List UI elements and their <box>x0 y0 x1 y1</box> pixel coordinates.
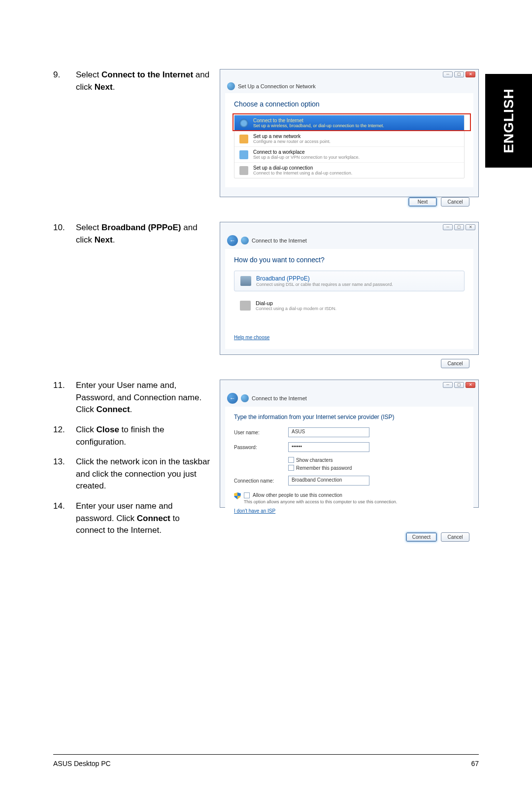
step-number: 13. <box>53 456 76 492</box>
back-button[interactable]: ← <box>227 235 238 246</box>
maximize-button[interactable]: ▢ <box>454 224 464 230</box>
step-11: 11. Enter your User name and, Password, … <box>53 380 211 416</box>
maximize-button[interactable]: ▢ <box>454 382 464 388</box>
step-9: 9. Select Connect to the Internet and cl… <box>53 69 211 93</box>
window-connect-internet: ─ ▢ ✕ ← Connect to the Internet How do y… <box>220 222 479 355</box>
window-title: Set Up a Connection or Network <box>238 83 316 89</box>
window-controls: ─ ▢ ✕ <box>443 224 475 230</box>
minimize-button[interactable]: ─ <box>443 71 453 77</box>
step-text: Enter your User name and, Password, and … <box>76 380 211 416</box>
option-desc: Set up a dial-up or VPN connection to yo… <box>253 155 360 160</box>
minimize-button[interactable]: ─ <box>443 224 453 230</box>
step-text: Select Connect to the Internet and click… <box>76 69 211 93</box>
option-desc: Connect to the Internet using a dial-up … <box>253 171 352 175</box>
maximize-button[interactable]: ▢ <box>454 71 464 77</box>
cancel-button[interactable]: Cancel <box>441 197 469 207</box>
step-10: 10. Select Broadband (PPPoE) and click N… <box>53 222 211 246</box>
allow-others-checkbox[interactable]: Allow other people to use this connectio… <box>234 492 465 499</box>
option-broadband-pppoe[interactable]: Broadband (PPPoE) Connect using DSL or c… <box>234 271 465 291</box>
t: Broadband (PPPoE) <box>101 223 181 232</box>
briefcase-icon <box>239 150 248 159</box>
step-text: Enter your user name and password. Click… <box>76 500 211 537</box>
step-text: Click the network icon in the taskbar an… <box>76 456 211 492</box>
phone-icon <box>239 166 248 175</box>
window-heading: How do you want to connect? <box>234 256 465 264</box>
window-controls: ─ ▢ ✕ <box>443 382 475 388</box>
t: . <box>113 235 115 244</box>
back-button[interactable]: ← <box>227 393 238 404</box>
password-input[interactable]: •••••• <box>288 442 369 452</box>
connection-option-list: Connect to the Internet Set up a wireles… <box>234 115 465 178</box>
step-number: 10. <box>53 222 76 246</box>
window-heading: Type the information from your Internet … <box>234 414 465 420</box>
connect-button[interactable]: Connect <box>406 532 437 542</box>
remember-password-checkbox[interactable]: Remember this password <box>288 465 465 471</box>
window-setup-connection: ─ ▢ ✕ Set Up a Connection or Network Cho… <box>220 69 479 197</box>
step-number: 11. <box>53 380 76 416</box>
t: Next <box>95 235 113 244</box>
close-button[interactable]: ✕ <box>466 71 475 77</box>
checkbox-label: Allow other people to use this connectio… <box>253 492 342 499</box>
option-title: Connect to the Internet <box>253 118 384 123</box>
cancel-button[interactable]: Cancel <box>441 359 469 368</box>
phone-icon <box>240 301 251 311</box>
t: Click <box>76 425 97 434</box>
option-workplace[interactable]: Connect to a workplace Set up a dial-up … <box>234 147 464 163</box>
minimize-button[interactable]: ─ <box>443 382 453 388</box>
option-title: Dial-up <box>256 300 336 306</box>
username-label: User name: <box>234 430 288 435</box>
t: . <box>113 82 115 92</box>
show-characters-checkbox[interactable]: Show characters <box>288 457 465 463</box>
connection-name-input[interactable]: Broadband Connection <box>288 476 369 486</box>
no-isp-link[interactable]: I don't have an ISP <box>234 508 275 514</box>
checkbox-icon <box>288 465 294 471</box>
router-icon <box>239 135 248 143</box>
t: Connect <box>137 514 170 523</box>
step-number: 9. <box>53 69 76 93</box>
close-button[interactable]: ✕ <box>466 382 475 388</box>
window-title: Connect to the Internet <box>252 395 307 401</box>
option-title: Connect to a workplace <box>253 149 360 155</box>
footer-left: ASUS Desktop PC <box>53 760 111 767</box>
option-dialup[interactable]: Set up a dial-up connection Connect to t… <box>234 163 464 178</box>
modem-icon <box>240 276 251 286</box>
option-desc: Connect using DSL or cable that requires… <box>256 282 393 287</box>
next-button[interactable]: Next <box>408 197 437 207</box>
window-controls: ─ ▢ ✕ <box>443 71 475 77</box>
option-title: Broadband (PPPoE) <box>256 275 393 282</box>
step-number: 12. <box>53 424 76 448</box>
close-button[interactable]: ✕ <box>466 224 475 230</box>
t: Select <box>76 70 101 79</box>
checkbox-icon <box>244 492 250 498</box>
step-12: 12. Click Close to finish the configurat… <box>53 424 211 448</box>
page-footer: ASUS Desktop PC 67 <box>53 754 479 767</box>
checkbox-label: Show characters <box>296 457 332 463</box>
globe-icon <box>239 119 248 128</box>
t: Connect <box>97 405 130 414</box>
checkbox-label: Remember this password <box>296 465 352 471</box>
option-connect-internet[interactable]: Connect to the Internet Set up a wireles… <box>234 115 464 131</box>
t: Connect to the Internet <box>101 70 193 79</box>
t: Next <box>95 82 113 92</box>
window-title: Connect to the Internet <box>252 238 307 244</box>
option-title: Set up a new network <box>253 134 331 139</box>
t: Select <box>76 223 101 232</box>
option-new-network[interactable]: Set up a new network Configure a new rou… <box>234 131 464 147</box>
option-dialup-2[interactable]: Dial-up Connect using a dial-up modem or… <box>234 296 465 315</box>
wizard-icon <box>227 82 235 90</box>
help-me-choose-link[interactable]: Help me choose <box>234 335 269 340</box>
window-isp-info: ─ ▢ ✕ ← Connect to the Internet Type the… <box>220 380 479 508</box>
step-13: 13. Click the network icon in the taskba… <box>53 456 211 492</box>
t: Close <box>97 425 119 434</box>
footer-page-number: 67 <box>471 760 479 767</box>
t: Enter your User name and, Password, and … <box>76 381 201 414</box>
cancel-button[interactable]: Cancel <box>441 532 469 542</box>
wizard-icon <box>241 237 249 244</box>
option-desc: Set up a wireless, broadband, or dial-up… <box>253 123 384 128</box>
option-desc: Connect using a dial-up modem or ISDN. <box>256 306 336 311</box>
step-text: Click Close to finish the configuration. <box>76 424 211 448</box>
wizard-icon <box>241 394 249 402</box>
allow-others-desc: This option allows anyone with access to… <box>244 499 397 504</box>
username-input[interactable]: ASUS <box>288 427 369 437</box>
password-label: Password: <box>234 445 288 450</box>
